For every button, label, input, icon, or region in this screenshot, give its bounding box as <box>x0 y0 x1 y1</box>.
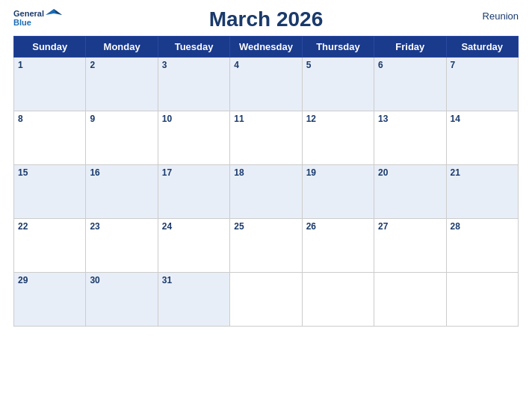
calendar-day-cell: 17 <box>158 165 229 219</box>
header-monday: Monday <box>86 37 158 58</box>
logo-bird-icon <box>46 7 62 19</box>
day-number: 6 <box>378 60 383 70</box>
calendar-week-row: 15161718192021 <box>14 165 519 219</box>
day-number: 28 <box>451 221 460 232</box>
day-number: 13 <box>378 114 388 124</box>
calendar-day-cell: 7 <box>446 58 518 111</box>
calendar-day-cell: 21 <box>446 165 518 219</box>
calendar-day-cell: 5 <box>302 58 374 111</box>
day-number: 19 <box>306 167 316 178</box>
day-number: 21 <box>451 167 460 178</box>
logo-area: General Blue <box>13 7 62 27</box>
day-number: 11 <box>234 114 244 124</box>
day-number: 23 <box>90 221 99 232</box>
calendar-day-cell: 1 <box>14 58 86 111</box>
logo-blue-text: Blue <box>13 18 31 27</box>
calendar-day-cell: 23 <box>86 219 158 273</box>
calendar-day-cell: 26 <box>302 219 374 273</box>
calendar-day-cell: 28 <box>446 219 518 273</box>
day-number: 18 <box>234 167 244 178</box>
calendar-day-cell: 25 <box>230 219 302 273</box>
calendar-day-cell: 3 <box>158 58 229 111</box>
calendar-day-cell: 16 <box>86 165 158 219</box>
header-saturday: Saturday <box>446 37 518 58</box>
day-number: 31 <box>162 275 172 285</box>
calendar-week-row: 1234567 <box>14 58 519 111</box>
day-number: 5 <box>306 60 312 70</box>
day-number: 27 <box>378 221 388 232</box>
day-number: 4 <box>234 60 239 70</box>
calendar-day-cell: 13 <box>374 111 446 165</box>
calendar-week-row: 293031 <box>14 273 519 327</box>
calendar-day-cell <box>230 273 302 327</box>
day-number: 2 <box>90 60 95 70</box>
calendar-week-row: 22232425262728 <box>14 219 519 273</box>
calendar-header: General Blue March 2026 Reunion <box>13 7 519 31</box>
calendar-week-row: 891011121314 <box>14 111 519 165</box>
calendar-day-cell: 10 <box>158 111 229 165</box>
calendar-day-cell: 14 <box>446 111 518 165</box>
calendar-day-cell <box>446 273 518 327</box>
calendar-day-cell: 9 <box>86 111 158 165</box>
calendar-day-cell: 19 <box>302 165 374 219</box>
calendar-day-cell: 8 <box>14 111 86 165</box>
calendar-title: March 2026 <box>209 7 324 31</box>
day-number: 24 <box>162 221 172 232</box>
day-number: 16 <box>90 167 99 178</box>
days-header-row: Sunday Monday Tuesday Wednesday Thursday… <box>14 37 519 58</box>
calendar-day-cell <box>374 273 446 327</box>
calendar-day-cell: 2 <box>86 58 158 111</box>
day-number: 3 <box>162 60 167 70</box>
header-thursday: Thursday <box>302 37 374 58</box>
day-number: 7 <box>451 60 456 70</box>
day-number: 15 <box>18 167 28 178</box>
calendar-day-cell: 18 <box>230 165 302 219</box>
calendar-day-cell: 6 <box>374 58 446 111</box>
day-number: 30 <box>90 275 99 285</box>
calendar-day-cell: 29 <box>14 273 86 327</box>
calendar-day-cell: 31 <box>158 273 229 327</box>
day-number: 9 <box>90 114 95 124</box>
header-tuesday: Tuesday <box>158 37 229 58</box>
day-number: 20 <box>378 167 388 178</box>
calendar-day-cell: 24 <box>158 219 229 273</box>
calendar-day-cell: 20 <box>374 165 446 219</box>
calendar-day-cell <box>302 273 374 327</box>
day-number: 1 <box>18 60 23 70</box>
day-number: 12 <box>306 114 316 124</box>
calendar-day-cell: 22 <box>14 219 86 273</box>
calendar-container: General Blue March 2026 Reunion Sunday M… <box>0 0 532 411</box>
calendar-day-cell: 30 <box>86 273 158 327</box>
header-wednesday: Wednesday <box>230 37 302 58</box>
header-sunday: Sunday <box>14 37 86 58</box>
calendar-table: Sunday Monday Tuesday Wednesday Thursday… <box>13 36 519 327</box>
day-number: 10 <box>162 114 172 124</box>
day-number: 29 <box>18 275 28 285</box>
calendar-body: 1234567891011121314151617181920212223242… <box>14 58 519 327</box>
day-number: 14 <box>451 114 460 124</box>
calendar-day-cell: 15 <box>14 165 86 219</box>
header-friday: Friday <box>374 37 446 58</box>
calendar-day-cell: 27 <box>374 219 446 273</box>
day-number: 26 <box>306 221 316 232</box>
calendar-day-cell: 11 <box>230 111 302 165</box>
day-number: 17 <box>162 167 172 178</box>
day-number: 25 <box>234 221 244 232</box>
day-number: 22 <box>18 221 28 232</box>
svg-marker-0 <box>46 9 62 15</box>
day-number: 8 <box>18 114 23 124</box>
calendar-day-cell: 12 <box>302 111 374 165</box>
region-label: Reunion <box>483 10 519 22</box>
logo-general-text: General <box>13 9 44 18</box>
calendar-day-cell: 4 <box>230 58 302 111</box>
